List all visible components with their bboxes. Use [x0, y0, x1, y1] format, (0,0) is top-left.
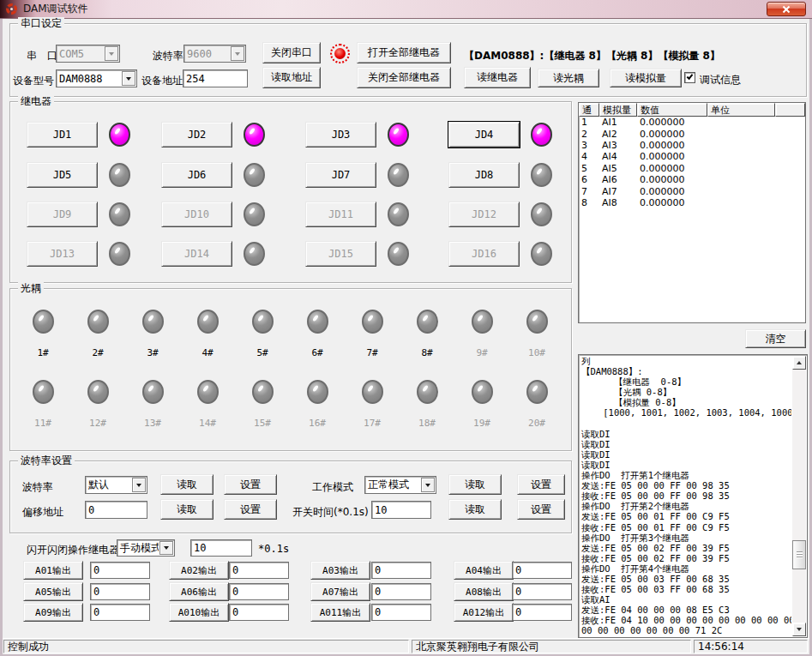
col-value[interactable]: 数值: [637, 103, 707, 117]
table-row[interactable]: 1 AI1 0.000000: [579, 117, 805, 128]
offset-address-input[interactable]: [85, 501, 147, 519]
relay-button[interactable]: JD9: [27, 202, 98, 227]
open-all-relays-button[interactable]: 打开全部继电器: [357, 42, 451, 63]
workmode-set-button[interactable]: 设置: [517, 474, 565, 495]
ao-output-input[interactable]: [229, 562, 289, 579]
ao-output-input[interactable]: [371, 583, 431, 600]
chevron-down-icon: [122, 71, 135, 86]
com-port-select[interactable]: COM5: [56, 45, 120, 63]
table-row[interactable]: 5 AI5 0.000000: [579, 163, 805, 174]
baudrate-set-button[interactable]: 设置: [224, 474, 277, 495]
ao-output-button[interactable]: A01输出: [23, 561, 83, 580]
ao-output-button[interactable]: A08输出: [454, 582, 514, 601]
relay-led-indicator: [109, 242, 130, 266]
workmode-select[interactable]: 正常模式: [364, 476, 436, 494]
col-unit[interactable]: 单位: [707, 103, 775, 117]
close-button[interactable]: [767, 2, 806, 16]
relay-button[interactable]: JD8: [448, 162, 520, 188]
relay-button[interactable]: JD12: [448, 202, 520, 227]
analog-table-header: 通 模拟量 数值 单位: [579, 103, 805, 117]
col-channel[interactable]: 通: [579, 103, 599, 117]
flash-mode-select[interactable]: 手动模式: [117, 539, 175, 557]
ao-output-input[interactable]: [371, 604, 431, 621]
ao-output-input[interactable]: [90, 562, 150, 579]
scroll-thumb[interactable]: [792, 540, 806, 569]
ao-output-button[interactable]: A09输出: [23, 603, 83, 622]
device-model-label: 设备型号: [13, 74, 54, 88]
relay-button[interactable]: JD16: [448, 241, 520, 267]
titlebar[interactable]: DAM调试软件: [0, 0, 812, 19]
ao-output-input[interactable]: [512, 604, 572, 621]
scroll-up-icon: [797, 361, 802, 364]
baud-select[interactable]: 9600: [183, 45, 246, 63]
switch-time-set-button[interactable]: 设置: [517, 499, 565, 520]
relay-button[interactable]: JD13: [27, 241, 98, 267]
relay-button[interactable]: JD2: [161, 122, 232, 147]
opto-cell: 7#: [362, 310, 383, 358]
relay-button[interactable]: JD1: [27, 122, 98, 147]
ao-output-button[interactable]: A010输出: [169, 603, 229, 622]
ao-output-button[interactable]: A02输出: [169, 561, 229, 580]
workmode-read-button[interactable]: 读取: [448, 474, 502, 495]
opto-label: 5#: [256, 347, 268, 358]
relay-button[interactable]: JD5: [27, 162, 98, 188]
relay-button[interactable]: JD10: [161, 202, 232, 227]
ao-output-input[interactable]: [512, 562, 572, 579]
offset-read-button[interactable]: 读取: [160, 499, 214, 520]
log-scrollbar[interactable]: [792, 356, 806, 636]
debug-info-checkbox[interactable]: [684, 72, 695, 83]
table-row[interactable]: 7 AI7 0.000000: [579, 185, 805, 196]
ao-output-button[interactable]: A011输出: [310, 603, 370, 622]
opto-cell: 13#: [142, 380, 164, 429]
switch-time-read-button[interactable]: 读取: [448, 499, 502, 520]
relay-button[interactable]: JD6: [161, 162, 232, 188]
ao-output-button[interactable]: A05输出: [23, 582, 83, 601]
device-address-input[interactable]: [183, 69, 248, 87]
col-extra[interactable]: [775, 103, 805, 117]
offset-set-button[interactable]: 设置: [224, 499, 277, 520]
ao-output-input[interactable]: [90, 583, 150, 600]
opto-cell: 16#: [307, 380, 328, 429]
log-text[interactable]: 列 【DAM0888】: 【继电器 0-8】 【光耦 0-8】 【模拟量 0-8…: [581, 356, 791, 636]
ao-output-input[interactable]: [229, 583, 289, 600]
ao-output-button[interactable]: A03输出: [310, 561, 370, 580]
table-row[interactable]: 4 AI4 0.000000: [579, 151, 805, 162]
switch-time-input[interactable]: [371, 501, 431, 519]
relay-button[interactable]: JD7: [305, 162, 376, 188]
col-analog[interactable]: 模拟量: [599, 103, 637, 117]
device-model-select[interactable]: DAM0888: [56, 69, 137, 87]
read-address-button[interactable]: 读取地址: [262, 67, 321, 88]
scroll-down-button[interactable]: [792, 623, 806, 636]
flash-time-input[interactable]: [190, 539, 252, 557]
baudrate-select[interactable]: 默认: [85, 476, 147, 494]
ao-output-button[interactable]: A012输出: [454, 603, 514, 622]
close-all-relays-button[interactable]: 关闭全部继电器: [357, 67, 451, 88]
scroll-up-button[interactable]: [792, 356, 806, 370]
table-row[interactable]: 2 AI2 0.000000: [579, 128, 805, 139]
ao-output-input[interactable]: [90, 604, 150, 621]
opto-cell: 14#: [197, 380, 219, 429]
relay-button[interactable]: JD14: [161, 241, 232, 267]
ao-output-button[interactable]: A06输出: [169, 582, 229, 601]
table-row[interactable]: 6 AI6 0.000000: [579, 174, 805, 185]
clear-log-button[interactable]: 清空: [745, 329, 806, 348]
relay-button[interactable]: JD4: [448, 122, 520, 147]
relay-button[interactable]: JD11: [305, 202, 376, 227]
close-serial-button[interactable]: 关闭串口: [262, 42, 321, 63]
table-row[interactable]: 3 AI3 0.000000: [579, 140, 805, 151]
read-relays-button[interactable]: 读继电器: [464, 67, 531, 88]
read-analog-button[interactable]: 读模拟量: [610, 69, 682, 87]
com-port-label: 串 口: [27, 49, 57, 63]
relay-button[interactable]: JD3: [305, 122, 376, 147]
ao-output-input[interactable]: [371, 562, 431, 579]
ao-output-button[interactable]: A07输出: [310, 582, 370, 601]
relay-button[interactable]: JD15: [305, 241, 376, 267]
baudrate-read-button[interactable]: 读取: [160, 474, 214, 495]
read-opto-button[interactable]: 读光耦: [538, 69, 599, 87]
ao-output-input[interactable]: [512, 583, 572, 600]
table-row[interactable]: 8 AI8 0.000000: [579, 197, 805, 208]
ao-output-button[interactable]: A04输出: [454, 561, 514, 580]
cell-channel: 3: [579, 140, 599, 151]
opto-label: 14#: [199, 418, 216, 429]
ao-output-input[interactable]: [229, 604, 289, 621]
